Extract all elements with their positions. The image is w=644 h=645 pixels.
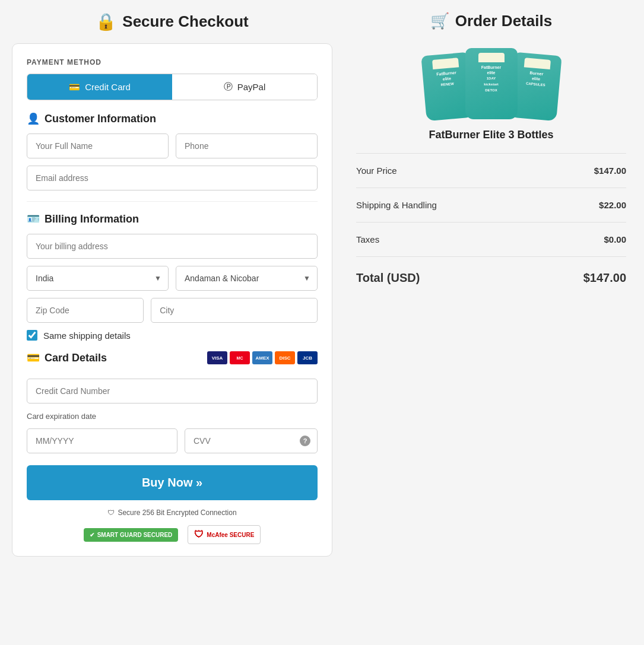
- cvv-wrapper: ?: [185, 428, 318, 453]
- tab-paypal[interactable]: Ⓟ PayPal: [172, 74, 317, 100]
- card-number-input[interactable]: [27, 379, 318, 403]
- amex-icon: AMEX: [252, 351, 272, 364]
- price-row: Your Price $147.00: [356, 158, 626, 183]
- mcafee-badge: 🛡 McAfee SECURE: [188, 525, 261, 544]
- checkout-title: Secure Checkout: [122, 12, 248, 31]
- discover-icon: DISC: [275, 351, 295, 364]
- address-row: [27, 234, 318, 259]
- visa-icon: VISA: [207, 351, 227, 364]
- card-icon: 💳: [27, 351, 40, 364]
- total-row: Total (USD) $147.00: [356, 262, 626, 292]
- cvv-help-icon[interactable]: ?: [300, 436, 310, 446]
- name-phone-row: [27, 134, 318, 158]
- total-label: Total (USD): [356, 271, 420, 285]
- shield-icon: 🛡: [107, 509, 115, 517]
- expiry-label: Card expiration date: [27, 411, 318, 421]
- state-select-wrapper: Andaman & Nicobar Andhra Pradesh Delhi K…: [176, 266, 318, 291]
- same-shipping-label: Same shipping details: [43, 331, 131, 341]
- billing-icon: 🪪: [27, 212, 40, 225]
- total-value: $147.00: [583, 271, 626, 285]
- buy-now-button[interactable]: Buy Now »: [27, 465, 318, 500]
- state-select[interactable]: Andaman & Nicobar Andhra Pradesh Delhi K…: [176, 266, 318, 291]
- customer-info-title: 👤 Customer Information: [27, 112, 318, 125]
- expiry-input[interactable]: [27, 428, 177, 453]
- left-column: 🔒 Secure Checkout PAYMENT METHOD 💳 Credi…: [12, 12, 332, 557]
- card-brand-icons: VISA MC AMEX DISC JCB: [207, 351, 318, 364]
- order-divider-2: [356, 188, 626, 188]
- expiry-cvv-row: ?: [27, 428, 318, 453]
- paypal-tab-label: PayPal: [237, 82, 266, 92]
- city-input[interactable]: [151, 298, 318, 323]
- shipping-value: $22.00: [599, 200, 626, 210]
- checkout-header: 🔒 Secure Checkout: [12, 12, 332, 31]
- payment-tabs: 💳 Credit Card Ⓟ PayPal: [27, 74, 318, 100]
- billing-address-input[interactable]: [27, 234, 318, 259]
- secure-notice: 🛡 Secure 256 Bit Encrypted Connection: [27, 509, 318, 517]
- credit-card-tab-label: Credit Card: [85, 82, 131, 92]
- zip-city-row: [27, 298, 318, 323]
- phone-input[interactable]: [176, 134, 318, 158]
- product-image-area: FatBurnereliteRENEW FatBurnerelite1DAYki…: [356, 48, 626, 119]
- email-input[interactable]: [27, 166, 318, 190]
- bottle-cap-right: [524, 58, 550, 69]
- divider-1: [27, 201, 318, 202]
- product-bottles: FatBurnereliteRENEW FatBurnerelite1DAYki…: [424, 48, 559, 119]
- full-name-input[interactable]: [27, 134, 169, 158]
- billing-info-title: 🪪 Billing Information: [27, 212, 318, 225]
- shipping-row: Shipping & Handling $22.00: [356, 193, 626, 217]
- product-name: FatBurner Elite 3 Bottles: [356, 129, 626, 141]
- country-select[interactable]: India United States United Kingdom Canad…: [27, 266, 169, 291]
- order-divider-4: [356, 256, 626, 257]
- order-details-title: Order Details: [455, 12, 552, 30]
- same-shipping-checkbox[interactable]: [27, 330, 37, 341]
- price-label: Your Price: [356, 166, 397, 176]
- order-details-header: 🛒 Order Details: [350, 12, 632, 30]
- email-row: [27, 166, 318, 190]
- shipping-label: Shipping & Handling: [356, 200, 437, 210]
- order-divider-1: [356, 153, 626, 154]
- lock-icon: 🔒: [96, 12, 116, 31]
- taxes-row: Taxes $0.00: [356, 227, 626, 252]
- order-divider-3: [356, 222, 626, 223]
- smartguard-badge: ✔ SMART GUARD SECURED: [84, 528, 179, 542]
- trust-badges: ✔ SMART GUARD SECURED 🛡 McAfee SECURE: [27, 525, 318, 544]
- country-state-row: India United States United Kingdom Canad…: [27, 266, 318, 291]
- smartguard-icon: ✔: [90, 532, 94, 538]
- zip-input[interactable]: [27, 298, 144, 323]
- payment-method-label: PAYMENT METHOD: [27, 58, 318, 66]
- card-details-section: 💳 Card Details VISA MC AMEX DISC JCB Car…: [27, 351, 318, 453]
- taxes-label: Taxes: [356, 234, 379, 244]
- checkout-card: PAYMENT METHOD 💳 Credit Card Ⓟ PayPal 👤 …: [12, 43, 332, 557]
- taxes-value: $0.00: [604, 234, 626, 244]
- right-column: 🛒 Order Details FatBurnereliteRENEW FatB…: [350, 12, 632, 557]
- bottle-mid: FatBurnerelite1DAYkickstartDETOX: [465, 48, 518, 119]
- mastercard-icon: MC: [230, 351, 250, 364]
- bottle-cap-mid: [478, 53, 505, 62]
- bottle-cap-left: [432, 58, 458, 69]
- card-details-title: 💳 Card Details: [27, 351, 107, 364]
- same-shipping-row: Same shipping details: [27, 330, 318, 341]
- credit-card-tab-icon: 💳: [69, 82, 80, 93]
- price-value: $147.00: [594, 166, 626, 176]
- tab-credit-card[interactable]: 💳 Credit Card: [27, 74, 172, 100]
- paypal-tab-icon: Ⓟ: [224, 81, 233, 93]
- mcafee-icon: 🛡: [194, 529, 204, 540]
- jcb-icon: JCB: [297, 351, 318, 364]
- order-details-card: FatBurnereliteRENEW FatBurnerelite1DAYki…: [350, 42, 632, 298]
- country-select-wrapper: India United States United Kingdom Canad…: [27, 266, 169, 291]
- person-icon: 👤: [27, 112, 40, 125]
- cvv-input[interactable]: [185, 428, 318, 453]
- card-details-header: 💳 Card Details VISA MC AMEX DISC JCB: [27, 351, 318, 364]
- cart-icon: 🛒: [430, 12, 449, 30]
